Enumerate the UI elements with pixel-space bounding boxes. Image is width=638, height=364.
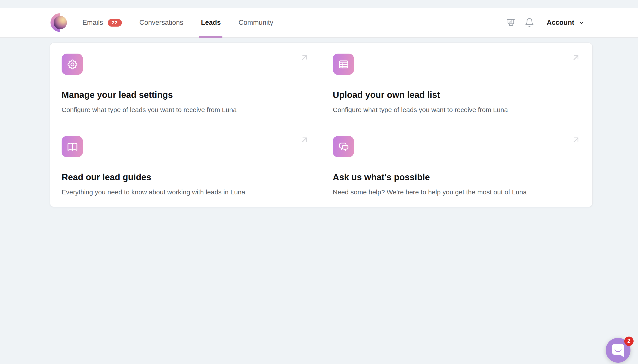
card-title: Manage your lead settings bbox=[62, 89, 309, 100]
card-description: Need some help? We're here to help you g… bbox=[333, 187, 581, 196]
arrow-up-right-icon bbox=[300, 135, 309, 145]
messenger-smile bbox=[614, 348, 621, 352]
app-root: Emails 22 Conversations Leads Community bbox=[0, 8, 638, 364]
card-description: Configure what type of leads you want to… bbox=[62, 105, 309, 114]
lead-cards-grid: Manage your lead settings Configure what… bbox=[50, 42, 593, 207]
card-description: Everything you need to know about workin… bbox=[62, 187, 309, 196]
card-title: Ask us what's possible bbox=[333, 171, 581, 183]
card-title: Read our lead guides bbox=[62, 171, 309, 183]
card-title: Upload your own lead list bbox=[333, 89, 581, 100]
messenger-bubble-icon bbox=[612, 344, 624, 355]
top-nav: Emails 22 Conversations Leads Community bbox=[0, 8, 638, 38]
nav-item-leads[interactable]: Leads bbox=[192, 8, 230, 37]
main-content: Manage leads You haven't uploaded your o… bbox=[0, 8, 638, 207]
nav-item-community[interactable]: Community bbox=[230, 8, 282, 37]
nav-left: Emails 22 Conversations Leads Community bbox=[0, 8, 282, 37]
nav-item-label: Community bbox=[239, 18, 273, 26]
arrow-up-right-icon bbox=[571, 53, 581, 62]
messenger-unread-badge: 2 bbox=[624, 336, 633, 346]
presentation-chart-icon[interactable] bbox=[506, 18, 516, 28]
card-read-lead-guides[interactable]: Read our lead guides Everything you need… bbox=[50, 125, 321, 207]
card-ask-us[interactable]: Ask us what's possible Need some help? W… bbox=[321, 125, 592, 207]
card-manage-lead-settings[interactable]: Manage your lead settings Configure what… bbox=[50, 43, 321, 125]
chevron-down-icon bbox=[578, 19, 585, 26]
nav-right: Account bbox=[497, 8, 585, 37]
nav-item-conversations[interactable]: Conversations bbox=[131, 8, 192, 37]
card-description: Configure what type of leads you want to… bbox=[333, 105, 581, 114]
card-upload-lead-list[interactable]: Upload your own lead list Configure what… bbox=[321, 43, 592, 125]
nav-item-label: Leads bbox=[201, 18, 221, 26]
account-menu[interactable]: Account bbox=[547, 18, 585, 26]
nav-item-label: Conversations bbox=[139, 18, 183, 26]
account-label: Account bbox=[547, 18, 574, 26]
nav-links: Emails 22 Conversations Leads Community bbox=[76, 8, 282, 37]
chat-bubbles-icon bbox=[333, 136, 354, 157]
book-icon bbox=[62, 136, 83, 157]
arrow-up-right-icon bbox=[300, 53, 309, 62]
gear-icon bbox=[62, 54, 83, 75]
luna-logo[interactable] bbox=[51, 13, 69, 32]
table-icon bbox=[333, 54, 354, 75]
nav-item-label: Emails bbox=[83, 18, 103, 26]
messenger-launcher-button[interactable]: 2 bbox=[606, 338, 630, 363]
bell-icon[interactable] bbox=[524, 18, 534, 28]
logo-moon-core bbox=[54, 16, 67, 29]
nav-item-emails[interactable]: Emails 22 bbox=[76, 8, 131, 37]
emails-count-badge: 22 bbox=[108, 19, 122, 26]
arrow-up-right-icon bbox=[571, 135, 581, 145]
